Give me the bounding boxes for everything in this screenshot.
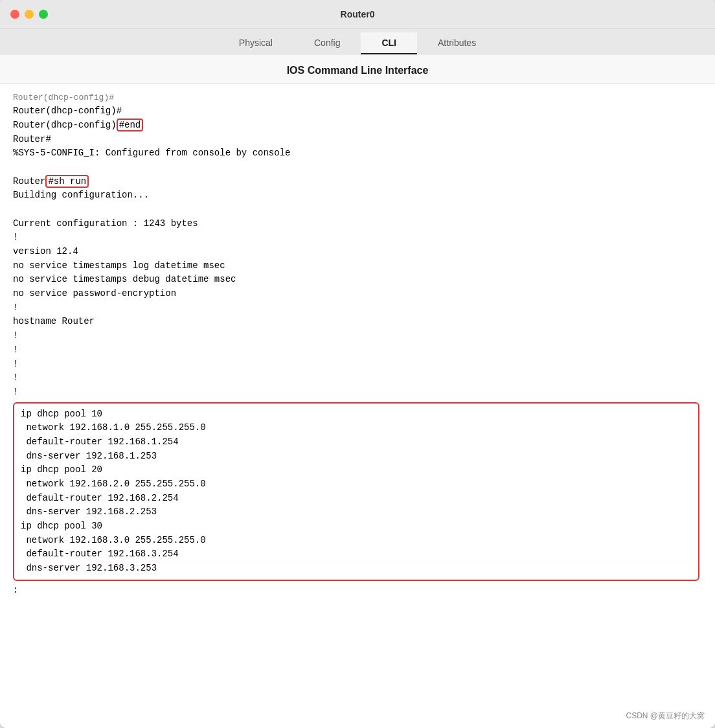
terminal-line: ip dhcp pool 10	[21, 407, 692, 422]
terminal-line-end: Router(dhcp-config)#end	[13, 119, 702, 133]
terminal-line: :	[13, 584, 702, 598]
terminal-line: dns-server 192.168.3.253	[21, 562, 692, 576]
terminal-line: !	[13, 343, 702, 358]
terminal-line: default-router 192.168.3.254	[21, 547, 692, 562]
terminal-line: !	[13, 358, 702, 372]
tab-attributes[interactable]: Attributes	[417, 32, 497, 54]
tab-cli[interactable]: CLI	[361, 32, 417, 54]
tab-physical[interactable]: Physical	[218, 32, 293, 54]
terminal-line: ip dhcp pool 30	[21, 519, 692, 534]
terminal-line: no service timestamps log datetime msec	[13, 259, 702, 273]
section-title: IOS Command Line Interface	[0, 54, 715, 84]
terminal-line: !	[13, 301, 702, 315]
terminal-line	[13, 203, 702, 217]
terminal-line: no service password-encryption	[13, 287, 702, 301]
terminal[interactable]: Router(dhcp-config)# Router(dhcp-config)…	[0, 84, 715, 728]
terminal-line: Router(dhcp-config)#	[13, 104, 702, 119]
terminal-line: !	[13, 371, 702, 385]
maximize-button[interactable]	[39, 10, 48, 19]
close-button[interactable]	[10, 10, 19, 19]
window: Router0 Physical Config CLI Attributes I…	[0, 0, 715, 728]
terminal-line	[13, 161, 702, 175]
dhcp-highlight-box: ip dhcp pool 10 network 192.168.1.0 255.…	[13, 402, 699, 581]
terminal-line: !	[13, 329, 702, 343]
terminal-line: network 192.168.2.0 255.255.255.0	[21, 477, 692, 492]
terminal-line: %SYS-5-CONFIG_I: Configured from console…	[13, 146, 702, 161]
terminal-line: Router#	[13, 133, 702, 147]
terminal-line: ip dhcp pool 20	[21, 463, 692, 477]
terminal-content: Router(dhcp-config)# Router(dhcp-config)…	[13, 91, 702, 598]
terminal-line: no service timestamps debug datetime mse…	[13, 273, 702, 287]
terminal-line: network 192.168.3.0 255.255.255.0	[21, 534, 692, 548]
terminal-line: hostname Router	[13, 315, 702, 329]
terminal-line-sh-run: Router#sh run	[13, 175, 702, 189]
window-controls	[10, 10, 48, 19]
minimize-button[interactable]	[25, 10, 34, 19]
content-area: IOS Command Line Interface Router(dhcp-c…	[0, 54, 715, 728]
title-bar: Router0	[0, 0, 715, 28]
window-title: Router0	[341, 9, 375, 19]
terminal-line: default-router 192.168.2.254	[21, 492, 692, 506]
tab-bar: Physical Config CLI Attributes	[0, 28, 715, 54]
terminal-line: network 192.168.1.0 255.255.255.0	[21, 421, 692, 435]
terminal-line: !	[13, 385, 702, 400]
terminal-line: Building configuration...	[13, 188, 702, 203]
terminal-line: default-router 192.168.1.254	[21, 435, 692, 449]
sh-run-highlight: #sh run	[45, 175, 89, 188]
end-highlight: #end	[117, 119, 144, 131]
watermark: CSDN @黄豆籽的大窝	[626, 711, 705, 722]
terminal-line: dns-server 192.168.1.253	[21, 449, 692, 464]
terminal-line: Router(dhcp-config)#	[13, 91, 702, 104]
terminal-line: version 12.4	[13, 245, 702, 259]
terminal-line: Current configuration : 1243 bytes	[13, 217, 702, 231]
terminal-line: dns-server 192.168.2.253	[21, 505, 692, 519]
tab-config[interactable]: Config	[293, 32, 361, 54]
terminal-line: !	[13, 231, 702, 245]
